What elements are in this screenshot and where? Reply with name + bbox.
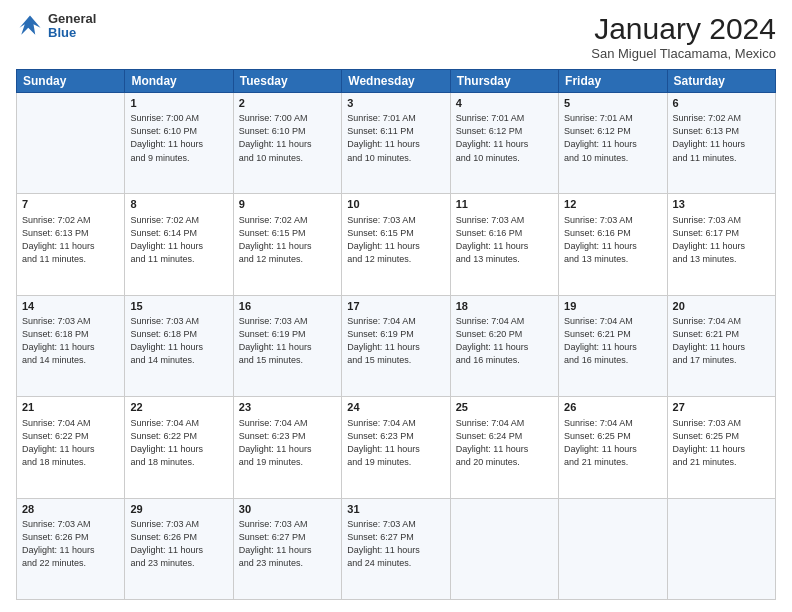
calendar-week-row: 1Sunrise: 7:00 AM Sunset: 6:10 PM Daylig… <box>17 93 776 194</box>
day-info: Sunrise: 7:04 AM Sunset: 6:23 PM Dayligh… <box>239 417 336 469</box>
table-row: 26Sunrise: 7:04 AM Sunset: 6:25 PM Dayli… <box>559 397 667 498</box>
day-info: Sunrise: 7:02 AM Sunset: 6:15 PM Dayligh… <box>239 214 336 266</box>
day-info: Sunrise: 7:03 AM Sunset: 6:15 PM Dayligh… <box>347 214 444 266</box>
day-number: 11 <box>456 197 553 212</box>
calendar-week-row: 21Sunrise: 7:04 AM Sunset: 6:22 PM Dayli… <box>17 397 776 498</box>
day-info: Sunrise: 7:00 AM Sunset: 6:10 PM Dayligh… <box>130 112 227 164</box>
day-number: 5 <box>564 96 661 111</box>
title-section: January 2024 San Miguel Tlacamama, Mexic… <box>591 12 776 61</box>
table-row: 1Sunrise: 7:00 AM Sunset: 6:10 PM Daylig… <box>125 93 233 194</box>
table-row: 8Sunrise: 7:02 AM Sunset: 6:14 PM Daylig… <box>125 194 233 295</box>
day-info: Sunrise: 7:04 AM Sunset: 6:22 PM Dayligh… <box>22 417 119 469</box>
calendar-week-row: 14Sunrise: 7:03 AM Sunset: 6:18 PM Dayli… <box>17 295 776 396</box>
logo-general: General <box>48 12 96 26</box>
table-row: 16Sunrise: 7:03 AM Sunset: 6:19 PM Dayli… <box>233 295 341 396</box>
table-row <box>450 498 558 599</box>
day-number: 31 <box>347 502 444 517</box>
table-row <box>667 498 775 599</box>
day-info: Sunrise: 7:03 AM Sunset: 6:18 PM Dayligh… <box>22 315 119 367</box>
table-row: 21Sunrise: 7:04 AM Sunset: 6:22 PM Dayli… <box>17 397 125 498</box>
table-row: 11Sunrise: 7:03 AM Sunset: 6:16 PM Dayli… <box>450 194 558 295</box>
day-info: Sunrise: 7:03 AM Sunset: 6:25 PM Dayligh… <box>673 417 770 469</box>
table-row: 4Sunrise: 7:01 AM Sunset: 6:12 PM Daylig… <box>450 93 558 194</box>
day-info: Sunrise: 7:04 AM Sunset: 6:21 PM Dayligh… <box>673 315 770 367</box>
table-row: 14Sunrise: 7:03 AM Sunset: 6:18 PM Dayli… <box>17 295 125 396</box>
col-saturday: Saturday <box>667 70 775 93</box>
day-info: Sunrise: 7:03 AM Sunset: 6:27 PM Dayligh… <box>239 518 336 570</box>
col-friday: Friday <box>559 70 667 93</box>
day-info: Sunrise: 7:03 AM Sunset: 6:26 PM Dayligh… <box>22 518 119 570</box>
day-info: Sunrise: 7:02 AM Sunset: 6:13 PM Dayligh… <box>673 112 770 164</box>
table-row: 10Sunrise: 7:03 AM Sunset: 6:15 PM Dayli… <box>342 194 450 295</box>
day-info: Sunrise: 7:03 AM Sunset: 6:16 PM Dayligh… <box>564 214 661 266</box>
col-wednesday: Wednesday <box>342 70 450 93</box>
col-monday: Monday <box>125 70 233 93</box>
location: San Miguel Tlacamama, Mexico <box>591 46 776 61</box>
calendar-week-row: 7Sunrise: 7:02 AM Sunset: 6:13 PM Daylig… <box>17 194 776 295</box>
header: General Blue January 2024 San Miguel Tla… <box>16 12 776 61</box>
col-thursday: Thursday <box>450 70 558 93</box>
table-row <box>17 93 125 194</box>
month-title: January 2024 <box>591 12 776 46</box>
day-info: Sunrise: 7:03 AM Sunset: 6:26 PM Dayligh… <box>130 518 227 570</box>
day-number: 10 <box>347 197 444 212</box>
day-number: 7 <box>22 197 119 212</box>
day-info: Sunrise: 7:02 AM Sunset: 6:14 PM Dayligh… <box>130 214 227 266</box>
svg-marker-0 <box>20 16 41 35</box>
table-row: 31Sunrise: 7:03 AM Sunset: 6:27 PM Dayli… <box>342 498 450 599</box>
day-info: Sunrise: 7:02 AM Sunset: 6:13 PM Dayligh… <box>22 214 119 266</box>
day-number: 9 <box>239 197 336 212</box>
day-number: 6 <box>673 96 770 111</box>
calendar-header-row: Sunday Monday Tuesday Wednesday Thursday… <box>17 70 776 93</box>
col-sunday: Sunday <box>17 70 125 93</box>
day-number: 29 <box>130 502 227 517</box>
day-info: Sunrise: 7:04 AM Sunset: 6:23 PM Dayligh… <box>347 417 444 469</box>
day-info: Sunrise: 7:01 AM Sunset: 6:12 PM Dayligh… <box>564 112 661 164</box>
table-row: 9Sunrise: 7:02 AM Sunset: 6:15 PM Daylig… <box>233 194 341 295</box>
day-number: 21 <box>22 400 119 415</box>
day-number: 1 <box>130 96 227 111</box>
day-info: Sunrise: 7:04 AM Sunset: 6:19 PM Dayligh… <box>347 315 444 367</box>
table-row: 6Sunrise: 7:02 AM Sunset: 6:13 PM Daylig… <box>667 93 775 194</box>
day-info: Sunrise: 7:01 AM Sunset: 6:12 PM Dayligh… <box>456 112 553 164</box>
day-number: 2 <box>239 96 336 111</box>
table-row: 5Sunrise: 7:01 AM Sunset: 6:12 PM Daylig… <box>559 93 667 194</box>
logo-blue: Blue <box>48 26 96 40</box>
table-row: 15Sunrise: 7:03 AM Sunset: 6:18 PM Dayli… <box>125 295 233 396</box>
table-row: 17Sunrise: 7:04 AM Sunset: 6:19 PM Dayli… <box>342 295 450 396</box>
day-number: 12 <box>564 197 661 212</box>
calendar-table: Sunday Monday Tuesday Wednesday Thursday… <box>16 69 776 600</box>
table-row: 29Sunrise: 7:03 AM Sunset: 6:26 PM Dayli… <box>125 498 233 599</box>
day-number: 30 <box>239 502 336 517</box>
table-row: 2Sunrise: 7:00 AM Sunset: 6:10 PM Daylig… <box>233 93 341 194</box>
day-info: Sunrise: 7:00 AM Sunset: 6:10 PM Dayligh… <box>239 112 336 164</box>
table-row: 24Sunrise: 7:04 AM Sunset: 6:23 PM Dayli… <box>342 397 450 498</box>
day-number: 19 <box>564 299 661 314</box>
table-row: 30Sunrise: 7:03 AM Sunset: 6:27 PM Dayli… <box>233 498 341 599</box>
day-number: 24 <box>347 400 444 415</box>
table-row: 18Sunrise: 7:04 AM Sunset: 6:20 PM Dayli… <box>450 295 558 396</box>
day-number: 23 <box>239 400 336 415</box>
day-info: Sunrise: 7:03 AM Sunset: 6:18 PM Dayligh… <box>130 315 227 367</box>
day-info: Sunrise: 7:03 AM Sunset: 6:19 PM Dayligh… <box>239 315 336 367</box>
day-number: 22 <box>130 400 227 415</box>
day-number: 17 <box>347 299 444 314</box>
day-number: 3 <box>347 96 444 111</box>
logo: General Blue <box>16 12 96 41</box>
table-row: 3Sunrise: 7:01 AM Sunset: 6:11 PM Daylig… <box>342 93 450 194</box>
day-info: Sunrise: 7:04 AM Sunset: 6:24 PM Dayligh… <box>456 417 553 469</box>
day-number: 28 <box>22 502 119 517</box>
day-number: 20 <box>673 299 770 314</box>
day-info: Sunrise: 7:04 AM Sunset: 6:22 PM Dayligh… <box>130 417 227 469</box>
table-row: 22Sunrise: 7:04 AM Sunset: 6:22 PM Dayli… <box>125 397 233 498</box>
day-info: Sunrise: 7:03 AM Sunset: 6:27 PM Dayligh… <box>347 518 444 570</box>
day-info: Sunrise: 7:04 AM Sunset: 6:20 PM Dayligh… <box>456 315 553 367</box>
logo-bird-icon <box>16 12 44 40</box>
day-number: 16 <box>239 299 336 314</box>
table-row: 28Sunrise: 7:03 AM Sunset: 6:26 PM Dayli… <box>17 498 125 599</box>
table-row: 19Sunrise: 7:04 AM Sunset: 6:21 PM Dayli… <box>559 295 667 396</box>
day-number: 4 <box>456 96 553 111</box>
calendar-week-row: 28Sunrise: 7:03 AM Sunset: 6:26 PM Dayli… <box>17 498 776 599</box>
col-tuesday: Tuesday <box>233 70 341 93</box>
day-number: 8 <box>130 197 227 212</box>
